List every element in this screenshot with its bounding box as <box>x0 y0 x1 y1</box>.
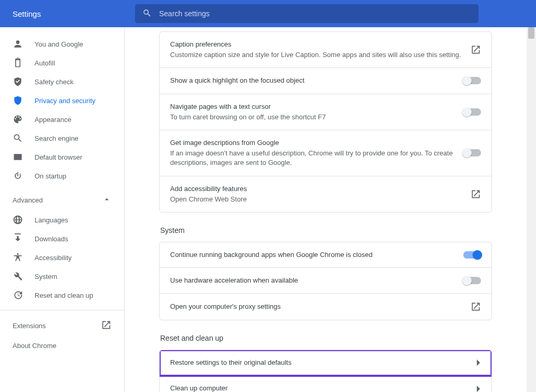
section-system-heading: System <box>160 226 492 234</box>
row-subtitle: Customize caption size and style for Liv… <box>170 50 462 60</box>
row-proxy-settings[interactable]: Open your computer's proxy settings <box>160 294 492 320</box>
row-restore-defaults[interactable]: Restore settings to their original defau… <box>160 350 492 376</box>
sidebar-item-you-and-google[interactable]: You and Google <box>0 35 124 53</box>
search-wrap: Search settings <box>135 4 536 23</box>
row-clean-up-computer[interactable]: Clean up computer <box>160 376 492 392</box>
sidebar-item-languages[interactable]: Languages <box>0 210 124 229</box>
sidebar-item-on-startup[interactable]: On startup <box>0 166 124 185</box>
sidebar-advanced-toggle[interactable]: Advanced <box>0 189 124 210</box>
search-icon <box>142 8 159 19</box>
row-title: Restore settings to their original defau… <box>170 358 467 367</box>
sidebar-item-label: Safety check <box>35 78 73 86</box>
row-background-apps[interactable]: Continue running background apps when Go… <box>160 242 492 268</box>
row-hardware-acceleration[interactable]: Use hardware acceleration when available <box>160 268 492 294</box>
sidebar-separator <box>0 310 124 310</box>
toggle-background-apps[interactable] <box>463 251 481 259</box>
chevron-up-icon <box>102 195 111 206</box>
sidebar-item-default-browser[interactable]: Default browser <box>0 148 124 166</box>
sidebar-item-label: Autofill <box>35 59 55 67</box>
restore-icon <box>13 290 23 300</box>
system-card: Continue running background apps when Go… <box>159 242 492 320</box>
toggle-caret-browsing[interactable] <box>463 108 481 116</box>
open-in-new-icon <box>471 44 481 55</box>
section-reset-heading: Reset and clean up <box>160 334 492 342</box>
extensions-label: Extensions <box>13 322 46 330</box>
top-bar: Settings Search settings <box>0 0 536 27</box>
row-add-accessibility-features[interactable]: Add accessibility features Open Chrome W… <box>160 176 492 212</box>
sidebar-item-label: Reset and clean up <box>35 292 93 299</box>
chevron-right-icon <box>476 360 481 366</box>
row-title: Show a quick highlight on the focused ob… <box>170 76 455 85</box>
search-icon <box>13 133 23 143</box>
shield-check-icon <box>13 76 23 87</box>
accessibility-icon <box>13 252 23 263</box>
row-title: Open your computer's proxy settings <box>170 302 462 311</box>
sidebar-item-label: You and Google <box>35 40 83 48</box>
sidebar-item-appearance[interactable]: Appearance <box>0 110 124 129</box>
browser-icon <box>13 152 23 162</box>
person-icon <box>13 39 23 49</box>
row-title: Continue running background apps when Go… <box>170 250 455 260</box>
globe-icon <box>13 215 23 225</box>
sidebar: You and Google Autofill Safety check Pri… <box>0 27 125 392</box>
row-subtitle: If an image doesn't have a useful descri… <box>170 149 455 167</box>
sidebar-item-reset-and-clean-up[interactable]: Reset and clean up <box>0 286 124 305</box>
settings-content: Caption preferences Customize caption si… <box>125 27 527 392</box>
sidebar-item-safety-check[interactable]: Safety check <box>0 72 124 91</box>
sidebar-item-label: Downloads <box>35 235 68 243</box>
row-title: Use hardware acceleration when available <box>170 276 455 285</box>
sidebar-item-label: Appearance <box>35 116 71 124</box>
power-icon <box>13 171 23 181</box>
sidebar-item-label: Languages <box>35 216 68 224</box>
sidebar-item-label: Search engine <box>35 135 79 142</box>
sidebar-item-label: Accessibility <box>35 254 72 262</box>
sidebar-item-label: On startup <box>35 172 66 180</box>
sidebar-extensions-link[interactable]: Extensions <box>0 316 124 335</box>
row-title: Get image descriptions from Google <box>170 138 455 148</box>
open-in-new-icon <box>471 301 481 312</box>
sidebar-about-chrome-link[interactable]: About Chrome <box>0 335 124 355</box>
row-subtitle: To turn caret browsing on or off, use th… <box>170 113 455 122</box>
page-title: Settings <box>0 9 135 18</box>
row-image-descriptions[interactable]: Get image descriptions from Google If an… <box>160 130 492 176</box>
row-title: Clean up computer <box>170 384 467 392</box>
about-label: About Chrome <box>13 342 57 350</box>
palette-icon <box>13 114 23 125</box>
row-title: Caption preferences <box>170 40 462 49</box>
toggle-image-descriptions[interactable] <box>463 149 481 156</box>
sidebar-item-privacy-and-security[interactable]: Privacy and security <box>0 91 124 110</box>
vertical-scrollbar[interactable] <box>527 27 536 392</box>
open-in-new-icon <box>101 320 111 332</box>
sidebar-item-downloads[interactable]: Downloads <box>0 229 124 248</box>
sidebar-item-autofill[interactable]: Autofill <box>0 53 124 72</box>
chevron-right-icon <box>476 386 481 392</box>
row-quick-highlight[interactable]: Show a quick highlight on the focused ob… <box>160 68 492 94</box>
reset-card: Restore settings to their original defau… <box>159 350 492 392</box>
download-icon <box>13 233 23 244</box>
sidebar-item-search-engine[interactable]: Search engine <box>0 129 124 148</box>
row-caption-preferences[interactable]: Caption preferences Customize caption si… <box>160 32 492 68</box>
toggle-hardware-acceleration[interactable] <box>463 277 481 284</box>
sidebar-item-accessibility[interactable]: Accessibility <box>0 248 124 267</box>
row-subtitle: Open Chrome Web Store <box>170 195 462 204</box>
row-title: Navigate pages with a text cursor <box>170 102 455 111</box>
clipboard-icon <box>13 58 23 68</box>
scrollbar-thumb[interactable] <box>528 27 534 39</box>
advanced-label: Advanced <box>13 196 43 204</box>
search-placeholder: Search settings <box>159 9 210 18</box>
row-caret-browsing[interactable]: Navigate pages with a text cursor To tur… <box>160 94 492 130</box>
shield-icon <box>13 95 23 106</box>
toggle-quick-highlight[interactable] <box>463 77 481 84</box>
open-in-new-icon <box>471 189 481 199</box>
wrench-icon <box>13 271 23 282</box>
sidebar-item-label: Privacy and security <box>35 97 95 105</box>
accessibility-card: Caption preferences Customize caption si… <box>159 31 492 212</box>
sidebar-item-label: System <box>35 273 57 281</box>
search-settings-input[interactable]: Search settings <box>135 4 478 23</box>
sidebar-item-label: Default browser <box>35 153 82 161</box>
row-title: Add accessibility features <box>170 184 462 194</box>
sidebar-item-system[interactable]: System <box>0 267 124 286</box>
